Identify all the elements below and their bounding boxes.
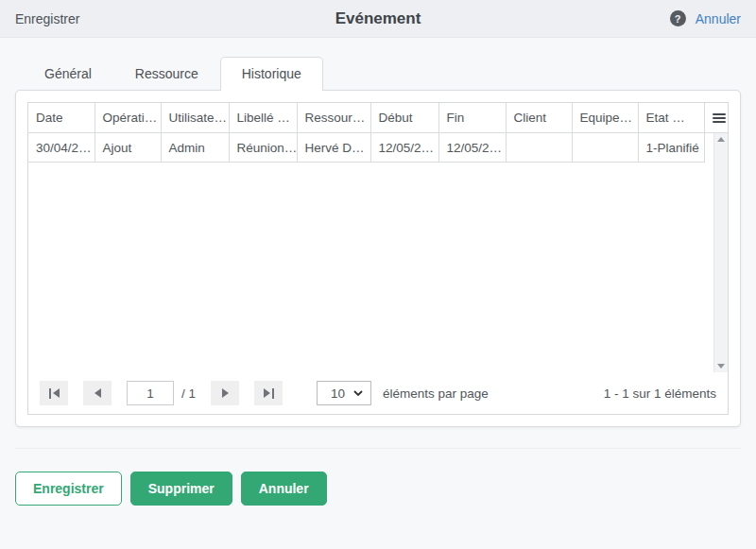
col-client[interactable]: Client [506, 103, 572, 132]
tab-historique[interactable]: Historique [220, 57, 323, 91]
tab-bar: Général Ressource Historique [0, 38, 756, 91]
range-summary-label: 1 - 1 sur 1 éléments [604, 386, 716, 401]
total-pages-label: / 1 [181, 386, 196, 401]
col-utilisateur[interactable]: Utilisate… [161, 103, 229, 132]
history-grid: Date Opérati… Utilisate… Libellé … Resso… [27, 102, 729, 415]
delete-button[interactable]: Supprimer [130, 472, 232, 506]
next-page-icon [222, 388, 229, 398]
topbar: Enregistrer Evénement ? Annuler [0, 0, 756, 38]
previous-page-icon [94, 388, 101, 398]
cancel-button[interactable]: Annuler [241, 472, 327, 506]
save-button[interactable]: Enregistrer [15, 472, 122, 506]
column-menu-header[interactable] [704, 103, 728, 132]
col-date[interactable]: Date [28, 103, 94, 132]
cell-date: 30/04/2… [28, 132, 94, 162]
historique-panel: Date Opérati… Utilisate… Libellé … Resso… [15, 90, 741, 427]
cell-fin: 12/05/2… [438, 132, 506, 162]
scroll-up-icon[interactable] [717, 137, 725, 142]
hamburger-icon[interactable] [713, 113, 726, 123]
last-page-icon [264, 388, 270, 398]
col-equipe[interactable]: Equipe… [572, 103, 638, 132]
previous-page-button[interactable] [83, 381, 112, 405]
table-scroll-area: Date Opérati… Utilisate… Libellé … Resso… [28, 103, 728, 372]
chevron-down-icon [353, 390, 363, 396]
topbar-cancel-link[interactable]: Annuler [696, 11, 741, 26]
help-icon[interactable]: ? [670, 10, 686, 26]
first-page-button[interactable] [40, 381, 68, 405]
col-ressource[interactable]: Ressour… [297, 103, 370, 132]
page-title: Evénement [335, 9, 421, 28]
col-operation[interactable]: Opérati… [94, 103, 161, 132]
cell-etat: 1-Planifié [638, 132, 704, 162]
vertical-scrollbar[interactable] [713, 133, 728, 372]
first-page-icon [49, 388, 51, 399]
col-fin[interactable]: Fin [438, 103, 506, 132]
cell-libelle: Réunion… [229, 132, 297, 162]
tab-general[interactable]: Général [23, 57, 113, 91]
footer-actions: Enregistrer Supprimer Annuler [0, 449, 756, 528]
pagination-bar: / 1 10 éléments par page 1 - 1 sur 1 élé… [28, 372, 728, 414]
page-number-input[interactable] [127, 381, 174, 405]
cell-operation: Ajout [94, 132, 161, 162]
topbar-save-link[interactable]: Enregistrer [15, 11, 79, 26]
page-size-value: 10 [331, 386, 345, 401]
col-debut[interactable]: Début [370, 103, 438, 132]
scroll-down-icon[interactable] [717, 364, 725, 369]
cell-ressource: Hervé D… [297, 132, 370, 162]
cell-equipe [572, 132, 638, 162]
next-page-button[interactable] [211, 381, 239, 405]
table-row[interactable]: 30/04/2… Ajout Admin Réunion… Hervé D… 1… [28, 132, 728, 162]
cell-client [506, 132, 572, 162]
topbar-right: ? Annuler [670, 10, 741, 26]
last-page-button[interactable] [254, 381, 283, 405]
tab-ressource[interactable]: Ressource [113, 57, 220, 91]
col-etat[interactable]: Etat … [638, 103, 704, 132]
cell-debut: 12/05/2… [370, 132, 438, 162]
header-row: Date Opérati… Utilisate… Libellé … Resso… [28, 103, 728, 132]
page-size-select[interactable]: 10 [317, 381, 371, 405]
per-page-label: éléments par page [383, 386, 489, 401]
col-libelle[interactable]: Libellé … [229, 103, 297, 132]
history-table: Date Opérati… Utilisate… Libellé … Resso… [28, 103, 728, 163]
cell-utilisateur: Admin [161, 132, 229, 162]
